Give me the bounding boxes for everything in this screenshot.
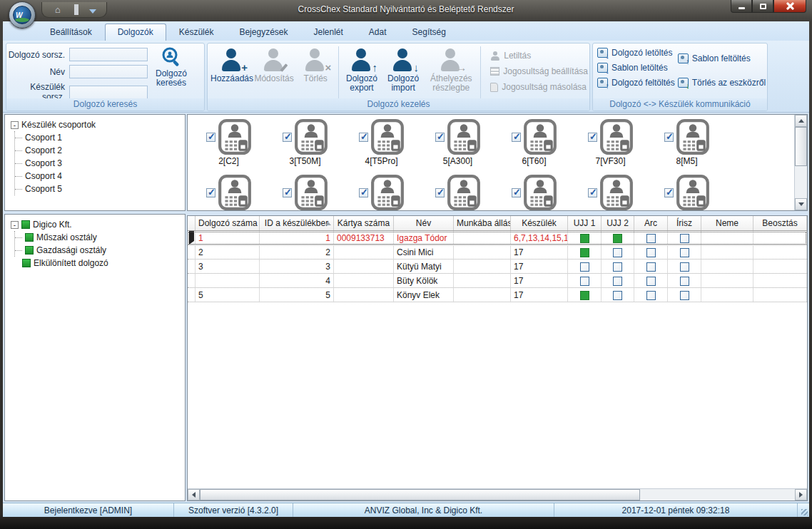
tab-jelenlet[interactable]: Jelenlét [300,24,355,41]
column-header[interactable]: Készülék [511,216,568,230]
irisz-checkbox[interactable] [680,234,689,243]
device-icon[interactable] [524,175,557,210]
jogosultsag-masolasa-button[interactable]: Jogosultság másolása [490,82,588,92]
tree-node-csoport3[interactable]: Csoport 3 [15,157,183,170]
tab-keszulek[interactable]: Készülék [166,24,227,41]
tab-beallitasok[interactable]: Beállítások [37,24,105,41]
column-header[interactable]: Írisz [668,216,701,230]
tree-node-gazdasagi[interactable]: Gazdasági osztály [15,244,183,257]
device-checkbox[interactable] [435,133,445,142]
dolgozo-feltoltes-button[interactable]: ↑ Dolgozó feltöltés [597,78,675,88]
resize-grip[interactable] [798,503,809,517]
ujj1-checkbox[interactable] [580,234,589,243]
maximize-button[interactable] [752,0,773,13]
table-row[interactable]: 1 1 0009133713 Igazga Tódor 6,7,13,14,15… [188,231,807,245]
irisz-checkbox[interactable] [680,248,689,257]
device-icon[interactable] [676,119,709,155]
ujj1-checkbox[interactable] [580,291,589,300]
column-header[interactable]: Neme [701,216,753,230]
hozzaadas-button[interactable]: + Hozzáadás [210,45,253,100]
arc-checkbox[interactable] [646,277,656,286]
tree-node-muszaki[interactable]: Műszaki osztály [15,231,183,244]
scroll-down-button[interactable] [795,198,807,210]
modositas-button[interactable]: Módosítás [253,45,295,100]
tab-segitseg[interactable]: Segítség [400,24,459,41]
ujj2-checkbox[interactable] [613,234,622,243]
device-icon[interactable] [218,175,251,210]
dolgozo-export-button[interactable]: ↑ Dolgozó export [341,45,382,100]
scrollbar-thumb[interactable] [200,489,640,500]
device-checkbox[interactable] [664,133,674,142]
device-checkbox[interactable] [283,133,292,142]
dolgozo-import-button[interactable]: ↓ Dolgozó import [382,45,424,100]
scroll-up-button[interactable] [795,115,807,127]
arc-checkbox[interactable] [646,234,656,243]
dolgozo-sorsz-input[interactable] [69,48,148,61]
table-horizontal-scrollbar[interactable] [188,488,807,500]
tree-node-csoport4[interactable]: Csoport 4 [15,170,183,183]
dolgozo-letoltes-button[interactable]: ↓ Dolgozó letöltés [597,48,675,58]
device-icon[interactable] [295,119,328,155]
column-header[interactable]: Dolgozó száma [196,216,260,230]
tree-node-csoport1[interactable]: Csoport 1 [15,131,183,144]
device-icon[interactable] [371,119,404,155]
scrollbar-thumb[interactable] [795,127,807,166]
device-icon[interactable] [600,175,633,210]
ujj1-checkbox[interactable] [580,248,589,257]
arc-checkbox[interactable] [646,291,656,300]
column-header[interactable]: Név [394,216,454,230]
column-header[interactable]: Munkába állás [454,216,511,230]
device-icon[interactable] [295,175,328,210]
letiltas-button[interactable]: Letiltás [490,51,588,61]
column-header[interactable]: Kártya száma [334,216,394,230]
ujj1-checkbox[interactable] [580,277,589,286]
device-icon[interactable] [676,175,709,210]
device-checkbox[interactable] [512,133,521,142]
athelyezes-reszlegbe-button[interactable]: → Áthelyezés részlegbe [424,45,478,100]
tree-node-csoport5[interactable]: Csoport 5 [15,183,183,195]
collapse-icon[interactable] [11,221,19,229]
close-button[interactable] [773,0,806,13]
device-checkbox[interactable] [664,188,674,197]
ujj1-checkbox[interactable] [580,262,589,272]
tree-node-keszulek-csoportok[interactable]: Készülék csoportok [11,118,183,131]
device-checkbox[interactable] [283,188,292,197]
tab-bejegyzesek[interactable]: Bejegyzések [226,24,300,41]
tree-node-elkulonitett[interactable]: Elkülönített dolgozó [22,257,183,269]
device-checkbox[interactable] [359,133,368,142]
minimize-button[interactable] [731,0,752,13]
tab-dolgozok[interactable]: Dolgozók [105,24,166,41]
tree-node-csoport2[interactable]: Csoport 2 [15,144,183,157]
column-header-sorted[interactable]: ID a készülékber [260,216,334,230]
nev-input[interactable] [69,65,148,78]
irisz-checkbox[interactable] [680,262,689,272]
jogosultsag-beallitasa-button[interactable]: Jogosultság beállítása [490,66,588,76]
column-header[interactable]: Arc [634,216,668,230]
scroll-right-button[interactable] [795,489,807,500]
table-row[interactable]: 4 Büty Kölök 17 [188,274,807,288]
device-panel-scrollbar[interactable] [794,115,807,210]
app-logo[interactable]: W [9,1,36,29]
column-header[interactable]: UJJ 1 [568,216,602,230]
device-checkbox[interactable] [512,188,521,197]
device-icon[interactable] [524,119,557,155]
table-row[interactable]: 5 5 Könyv Elek 17 [188,288,807,302]
table-row[interactable]: 3 3 Kütyü Matyi 17 [188,260,807,274]
sablon-feltoltes-button[interactable]: ↑ Sablon feltöltés [678,53,766,63]
tree-node-digico[interactable]: Digico Kft. [11,218,183,231]
device-checkbox[interactable] [435,188,445,197]
ujj2-checkbox[interactable] [613,277,622,286]
ujj2-checkbox[interactable] [613,291,622,300]
arc-checkbox[interactable] [646,248,656,257]
device-checkbox[interactable] [206,133,215,142]
collapse-icon[interactable] [11,121,19,129]
tab-adat[interactable]: Adat [356,24,400,41]
table-row[interactable]: 2 2 Csini Mici 17 [188,245,807,260]
device-checkbox[interactable] [588,188,597,197]
irisz-checkbox[interactable] [680,291,689,300]
device-checkbox[interactable] [588,133,597,142]
torles-button[interactable]: × Törlés [295,45,336,100]
irisz-checkbox[interactable] [680,277,689,286]
torles-az-eszkozrol-button[interactable]: ↓ Törlés az eszközről [678,78,766,88]
device-icon[interactable] [218,119,251,155]
